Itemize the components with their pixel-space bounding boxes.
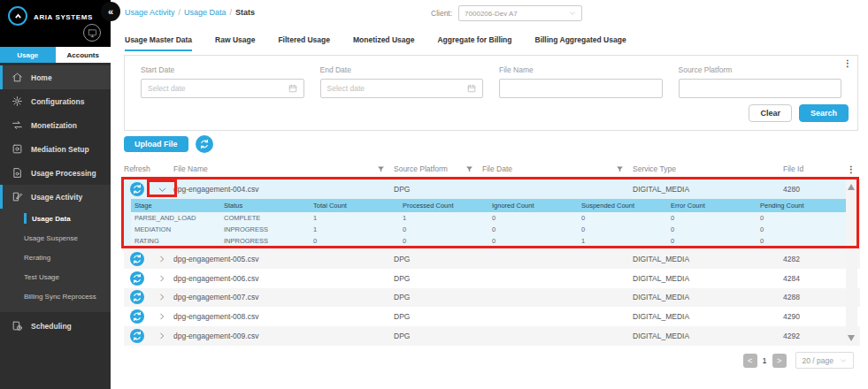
sidebar-item-configurations[interactable]: Configurations: [0, 89, 111, 113]
row-refresh-button[interactable]: [130, 271, 144, 286]
breadcrumb: Usage Activity/Usage Data/Stats: [125, 8, 255, 17]
calendar-icon[interactable]: [467, 84, 476, 93]
sidebar-subitem-label: Billing Sync Reprocess: [24, 293, 96, 301]
chevron-right-icon[interactable]: [157, 255, 166, 263]
row-refresh-button[interactable]: [130, 329, 144, 343]
chevron-right-icon[interactable]: [157, 293, 166, 301]
chevron-right-icon[interactable]: [157, 332, 166, 340]
detail-cell: 0: [403, 237, 492, 245]
table-row[interactable]: dpg-engagement-006.csvDPGDIGITAL_MEDIA42…: [124, 269, 860, 288]
sidebar-item-usage-data[interactable]: Usage Data: [0, 209, 111, 228]
tab-monetized-usage[interactable]: Monetized Usage: [353, 35, 414, 51]
sidebar-item-usage-activity[interactable]: Usage Activity: [0, 185, 111, 209]
col-file-name-label: File Name: [173, 164, 208, 173]
tab-usage-master-data[interactable]: Usage Master Data: [125, 35, 192, 51]
table-row[interactable]: dpg-engagement-007.csvDPGDIGITAL_MEDIA42…: [124, 288, 860, 308]
next-page-button[interactable]: >: [772, 354, 787, 368]
tab-aggregate-for-billing[interactable]: Aggregate for Billing: [437, 35, 511, 51]
chevron-right-icon[interactable]: [157, 312, 166, 321]
breadcrumb-usage-activity[interactable]: Usage Activity: [125, 8, 175, 17]
row-source-platform: DPG: [394, 312, 482, 321]
refresh-all-button[interactable]: [196, 135, 213, 153]
collapse-sidebar-button[interactable]: «: [101, 2, 120, 21]
table-row[interactable]: dpg-engagement-005.csvDPGDIGITAL_MEDIA42…: [124, 249, 860, 269]
filter-field-start-date: Start DateSelect date: [141, 65, 304, 98]
chevron-down-icon[interactable]: [157, 185, 167, 194]
filter-kebab-icon[interactable]: ⋮: [843, 58, 852, 68]
table-row[interactable]: dpg-engagement-004.csvDPGDIGITAL_MEDIA42…: [124, 179, 860, 199]
table-body: dpg-engagement-004.csvDPGDIGITAL_MEDIA42…: [124, 179, 860, 346]
sidebar-tab-accounts[interactable]: Accounts: [56, 47, 111, 63]
page-size-select[interactable]: 20 / page: [795, 352, 854, 369]
upload-file-button[interactable]: Upload File: [124, 136, 188, 152]
scroll-down-icon[interactable]: [848, 335, 855, 341]
filter-funnel-icon[interactable]: [377, 165, 385, 173]
row-file-name: dpg-engagement-005.csv: [173, 255, 394, 263]
search-button[interactable]: Search: [799, 104, 849, 122]
sidebar-item-scheduling[interactable]: Scheduling: [0, 314, 111, 338]
row-source-platform: DPG: [394, 185, 482, 194]
table-row[interactable]: dpg-engagement-009.csvDPGDIGITAL_MEDIA42…: [124, 326, 860, 346]
clear-button[interactable]: Clear: [749, 104, 792, 122]
row-refresh-cell: [124, 309, 150, 324]
sidebar-subitem-label: Usage Data: [32, 215, 71, 223]
tab-raw-usage[interactable]: Raw Usage: [215, 35, 255, 51]
chevron-right-icon[interactable]: [157, 274, 166, 283]
sidebar-item-usage-processing[interactable]: Usage Processing: [0, 161, 111, 185]
calendar-icon[interactable]: [288, 84, 297, 93]
start-date-input[interactable]: Select date: [141, 79, 304, 98]
detail-cell: 0: [671, 214, 760, 222]
detail-cell: PARSE_AND_LOAD: [134, 214, 224, 222]
sidebar-menu: HomeConfigurationsMonetizationMediation …: [0, 63, 111, 338]
row-service-type: DIGITAL_MEDIA: [633, 332, 783, 340]
sidebar-item-rerating[interactable]: Rerating: [0, 248, 111, 267]
sidebar-item-test-usage[interactable]: Test Usage: [0, 267, 111, 286]
detail-cell: 0: [760, 237, 849, 245]
detail-cell: 1: [403, 214, 492, 222]
sidebar-item-home[interactable]: Home: [0, 65, 111, 89]
scrollbar[interactable]: [846, 179, 857, 346]
table-row[interactable]: dpg-engagement-008.csvDPGDIGITAL_MEDIA42…: [124, 307, 860, 326]
sidebar-subitem-label: Test Usage: [24, 273, 59, 281]
tab-filtered-usage[interactable]: Filtered Usage: [278, 35, 330, 51]
prev-page-button[interactable]: <: [743, 354, 757, 368]
source-platform-input[interactable]: [679, 79, 842, 98]
usage-activity-icon: [12, 191, 23, 202]
content-tabs: Usage Master DataRaw UsageFiltered Usage…: [125, 35, 626, 51]
filter-funnel-icon[interactable]: [616, 165, 624, 173]
table-header-row: Refresh File Name Source Platform File D…: [124, 158, 860, 179]
file-name-input[interactable]: [499, 79, 663, 98]
sidebar-item-mediation-setup[interactable]: Mediation Setup: [0, 137, 111, 161]
sidebar-item-billing-sync-reprocess[interactable]: Billing Sync Reprocess: [0, 286, 111, 306]
monitor-edit-icon[interactable]: [83, 24, 101, 42]
sidebar-item-usage-suspense[interactable]: Usage Suspense: [0, 228, 111, 248]
row-refresh-button[interactable]: [130, 290, 144, 304]
col-file-date: File Date: [482, 164, 633, 173]
breadcrumb-usage-data[interactable]: Usage Data: [184, 8, 227, 17]
row-refresh-button[interactable]: [130, 309, 144, 324]
scroll-up-icon[interactable]: [848, 184, 855, 190]
filter-funnel-icon[interactable]: [465, 165, 473, 173]
sidebar-item-label: Mediation Setup: [31, 145, 89, 154]
row-refresh-button[interactable]: [130, 182, 144, 196]
row-file-name: dpg-engagement-007.csv: [173, 293, 394, 301]
filter-field-label: End Date: [320, 65, 484, 74]
row-refresh-button[interactable]: [130, 252, 144, 266]
current-page[interactable]: 1: [763, 356, 767, 365]
row-file-name: dpg-engagement-008.csv: [173, 312, 394, 321]
client-select[interactable]: 7000206-Dev A7: [458, 5, 582, 21]
table-kebab-icon[interactable]: ⋮: [847, 164, 860, 174]
row-file-id: 4282: [783, 255, 847, 263]
filter-actions: Clear Search: [749, 104, 849, 122]
sidebar-group-usage-activity: Usage ActivityUsage DataUsage SuspenseRe…: [0, 185, 111, 312]
row-file-id: 4290: [783, 312, 847, 321]
sidebar-tab-usage[interactable]: Usage: [0, 47, 56, 63]
end-date-input[interactable]: Select date: [320, 79, 484, 98]
top-bar: Usage Activity/Usage Data/Stats Client: …: [111, 0, 868, 27]
mediation-setup-icon: [12, 143, 23, 155]
detail-header-cell: Suspended Count: [581, 202, 671, 210]
sidebar-item-monetization[interactable]: Monetization: [0, 113, 111, 137]
tab-billing-aggregated-usage[interactable]: Billing Aggregated Usage: [535, 35, 626, 51]
breadcrumb-separator: /: [179, 8, 181, 17]
active-indicator: [0, 185, 3, 209]
